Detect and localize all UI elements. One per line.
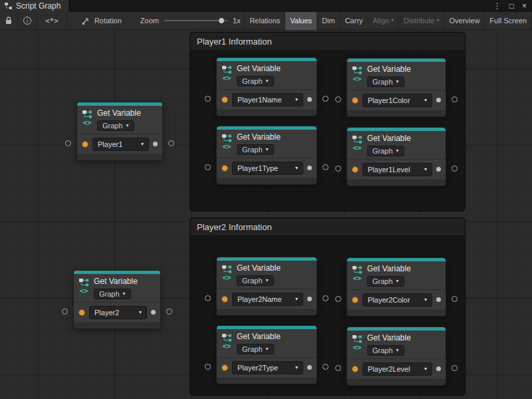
variable-dropdown[interactable]: Player2Type ▾	[232, 361, 303, 374]
button-label: Align	[373, 17, 389, 25]
info-icon: i	[23, 17, 31, 25]
script-graph-window: Script Graph ⋮ □ × i <*> Rotation	[0, 0, 532, 399]
node-title: Get Variable	[367, 134, 411, 144]
graph-canvas[interactable]: Player1 Information Player2 Information	[0, 31, 532, 399]
node-get-variable-player1name[interactable]: <> Get Variable Graph ▾ Player1Name ▾	[216, 57, 317, 116]
graph-code-icon: <>	[352, 344, 361, 352]
node-get-variable-player2name[interactable]: <> Get Variable Graph ▾ Player2Name ▾	[216, 257, 317, 316]
graph-kind-dropdown[interactable]: Graph ▾	[237, 344, 274, 354]
output-port[interactable]	[452, 365, 458, 371]
input-port[interactable]	[65, 140, 71, 146]
variable-node-icon	[352, 334, 362, 343]
button-label: Dim	[322, 17, 335, 25]
graph-kind-dropdown[interactable]: Graph ▾	[367, 146, 404, 156]
variable-dropdown[interactable]: Player1Type ▾	[232, 162, 303, 175]
rotation-control[interactable]: Rotation	[82, 17, 122, 25]
input-port[interactable]	[335, 96, 341, 102]
toolbar-button-align[interactable]: Align ▾	[368, 12, 399, 30]
kind-label: Graph	[242, 77, 263, 85]
name-port-dot	[352, 166, 358, 173]
toolbar-button-overview[interactable]: Overview	[445, 12, 485, 30]
graph-kind-dropdown[interactable]: Graph ▾	[367, 345, 404, 356]
more-menu-button[interactable]: ⋮	[493, 0, 501, 12]
input-port[interactable]	[205, 164, 211, 170]
toolbar-button-values[interactable]: Values	[285, 12, 317, 30]
toolbar-button-relations[interactable]: Relations	[245, 12, 285, 30]
graph-kind-dropdown[interactable]: Graph ▾	[237, 76, 274, 86]
variable-node-icon	[221, 134, 232, 142]
node-get-variable-player1color[interactable]: <> Get Variable Graph ▾ Player1Color ▾	[346, 58, 446, 117]
input-port[interactable]	[205, 295, 211, 301]
output-port[interactable]	[452, 96, 458, 102]
variable-dropdown[interactable]: Player1Color ▾	[362, 94, 432, 107]
input-port[interactable]	[205, 364, 211, 370]
graph-kind-dropdown[interactable]: Graph ▾	[237, 275, 274, 286]
output-port[interactable]	[323, 295, 329, 301]
graph-toolbar: i <*> Rotation Zoom 1x Relations Values	[0, 12, 532, 30]
variable-dropdown[interactable]: Player2Name ▾	[232, 293, 303, 306]
node-footer	[74, 323, 160, 329]
node-get-variable-player1level[interactable]: <> Get Variable Graph ▾ Player1Level ▾	[346, 127, 446, 186]
node-get-variable-player1type[interactable]: <> Get Variable Graph ▾ Player1Type ▾	[216, 126, 317, 185]
variable-dropdown[interactable]: Player1Name ▾	[232, 93, 303, 106]
chevron-down-icon: ▾	[295, 166, 298, 171]
node-get-variable-player2color[interactable]: <> Get Variable Graph ▾ Player2Color ▾	[346, 257, 446, 317]
node-footer	[217, 378, 317, 384]
input-port[interactable]	[335, 166, 341, 172]
graph-kind-dropdown[interactable]: Graph ▾	[97, 120, 134, 131]
button-label: Distribute	[404, 17, 434, 25]
maximize-button[interactable]: □	[509, 0, 514, 12]
button-label: Values	[290, 17, 312, 25]
close-button[interactable]: ×	[522, 0, 527, 12]
node-get-variable-player1[interactable]: <> Get Variable Graph ▾ Player1 ▾	[76, 102, 163, 161]
toolbar-button-fullscreen[interactable]: Full Screen	[485, 12, 532, 30]
graph-kind-dropdown[interactable]: Graph ▾	[94, 289, 131, 299]
input-port[interactable]	[335, 365, 341, 371]
tab-script-graph[interactable]: Script Graph	[0, 0, 68, 12]
name-port-dot	[221, 364, 228, 371]
variable-name: Player2Type	[237, 364, 278, 372]
node-footer	[347, 310, 446, 316]
variable-node-icon	[352, 135, 362, 144]
toolbar-button-carry[interactable]: Carry	[340, 12, 368, 30]
graph-code-icon: <>	[222, 274, 231, 282]
variable-dropdown[interactable]: Player2 ▾	[89, 306, 147, 319]
code-toggle-button[interactable]: <*>	[37, 12, 67, 30]
input-port[interactable]	[62, 309, 68, 315]
output-port[interactable]	[168, 140, 174, 146]
variable-dropdown[interactable]: Player2Color ▾	[362, 293, 432, 307]
group-header[interactable]: Player1 Information	[190, 33, 465, 51]
toolbar-button-distribute[interactable]: Distribute ▾	[399, 12, 444, 30]
output-port[interactable]	[323, 96, 329, 102]
output-port[interactable]	[166, 309, 172, 315]
output-port[interactable]	[323, 364, 329, 370]
node-get-variable-player2level[interactable]: <> Get Variable Graph ▾ Player2Level ▾	[346, 327, 446, 386]
graph-kind-dropdown[interactable]: Graph ▾	[367, 276, 404, 287]
zoom-slider-knob[interactable]	[218, 17, 225, 24]
value-port-dot	[307, 166, 312, 170]
group-header[interactable]: Player2 Information	[190, 218, 465, 236]
name-port-dot	[221, 296, 228, 303]
variable-node-icon	[221, 265, 232, 273]
variable-node-icon	[78, 278, 89, 287]
lock-button[interactable]	[0, 12, 18, 30]
info-button[interactable]: i	[18, 12, 37, 30]
output-port[interactable]	[323, 164, 329, 170]
output-port[interactable]	[452, 166, 458, 172]
input-port[interactable]	[335, 296, 341, 302]
toolbar-button-dim[interactable]: Dim	[317, 12, 340, 30]
node-get-variable-player2type[interactable]: <> Get Variable Graph ▾ Player2Type ▾	[216, 325, 317, 384]
zoom-control: Zoom 1x	[140, 17, 241, 25]
variable-dropdown[interactable]: Player1Level ▾	[362, 163, 432, 176]
variable-dropdown[interactable]: Player2Level ▾	[362, 362, 432, 376]
node-get-variable-player2[interactable]: <> Get Variable Graph ▾ Player2 ▾	[73, 270, 161, 329]
node-footer	[77, 154, 162, 160]
variable-dropdown[interactable]: Player1 ▾	[92, 138, 149, 151]
graph-kind-dropdown[interactable]: Graph ▾	[237, 144, 274, 155]
graph-kind-dropdown[interactable]: Graph ▾	[367, 76, 404, 87]
output-port[interactable]	[452, 296, 458, 302]
chevron-down-icon: ▾	[396, 148, 399, 154]
input-port[interactable]	[205, 96, 211, 102]
zoom-slider[interactable]	[164, 20, 227, 21]
variable-name: Player2Color	[368, 296, 410, 304]
